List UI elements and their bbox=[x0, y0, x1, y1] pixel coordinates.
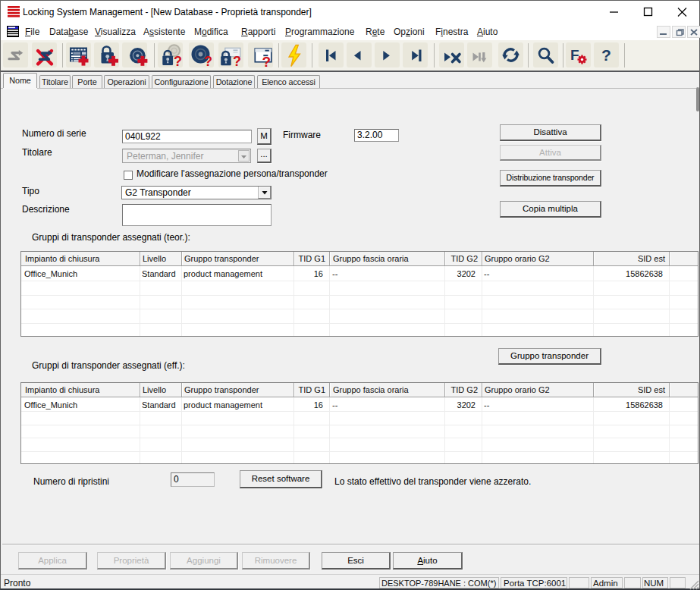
svg-text:F: F bbox=[570, 47, 579, 63]
svg-text:?: ? bbox=[262, 54, 272, 70]
svg-text:?: ? bbox=[204, 54, 212, 69]
svg-text:?: ? bbox=[174, 54, 182, 69]
svg-text:?: ? bbox=[601, 46, 611, 64]
svg-text:?: ? bbox=[233, 54, 241, 69]
